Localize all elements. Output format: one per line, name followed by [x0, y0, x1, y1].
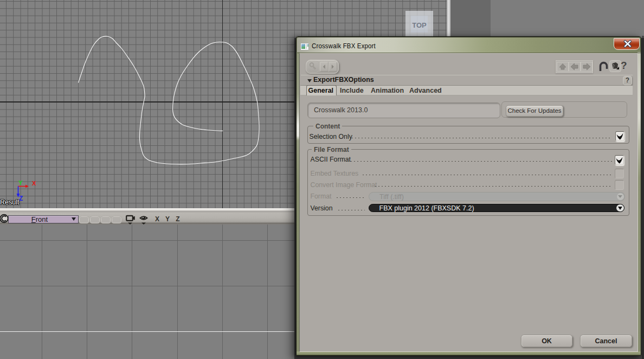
svg-text:X: X — [32, 180, 36, 187]
svg-text:Z: Z — [19, 195, 23, 202]
svg-text:Y: Y — [18, 180, 23, 186]
